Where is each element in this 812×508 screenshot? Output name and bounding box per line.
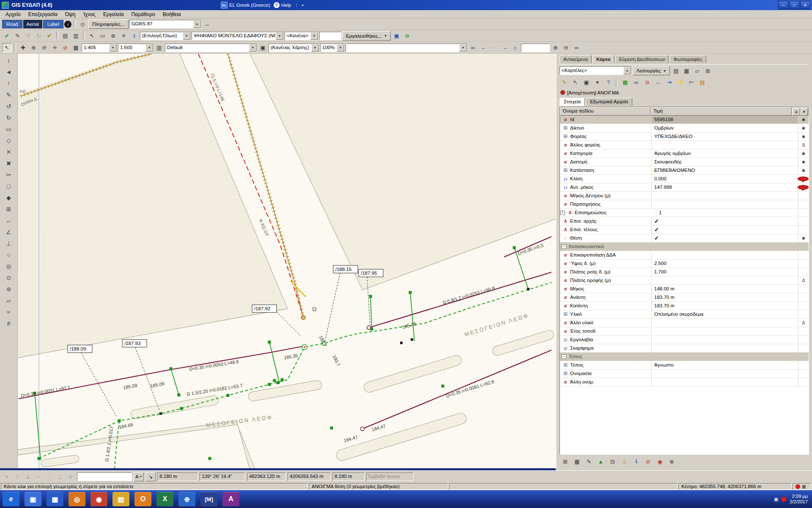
field-value[interactable]: 183.70 m bbox=[652, 293, 798, 301]
property-row[interactable]: Επισ. αρχής ✓ bbox=[560, 217, 809, 226]
langbar-chevron-icon[interactable]: ▾ bbox=[302, 3, 303, 7]
language-help[interactable]: ? Help bbox=[274, 2, 291, 8]
panel-icon[interactable]: ← bbox=[653, 78, 663, 87]
toolbar-icon[interactable]: ✚ bbox=[18, 43, 28, 52]
toolbar-icon[interactable]: ▦ bbox=[71, 43, 81, 52]
detail-tab[interactable]: Εξωτερικά Αρχεία bbox=[586, 98, 632, 106]
panel-icon[interactable]: ▲ bbox=[596, 457, 606, 466]
swap-arrows-icon[interactable]: ↔ bbox=[202, 19, 212, 29]
chevron-down-icon[interactable]: ▼ bbox=[109, 44, 117, 52]
panel-icon[interactable]: ▦ bbox=[682, 66, 691, 75]
toolbar-icon[interactable] bbox=[14, 43, 16, 52]
property-row[interactable]: Κλίση 0.000 bbox=[560, 175, 809, 183]
map-tool-button[interactable]: ≈ bbox=[3, 306, 15, 318]
panel-icon[interactable]: ▦ bbox=[572, 457, 582, 466]
property-row[interactable]: Δίκτυο Ομβρίων bbox=[560, 124, 809, 133]
map-tool-button[interactable]: □ bbox=[3, 181, 15, 192]
font-button[interactable]: A ▼ bbox=[134, 472, 144, 481]
panel-tab[interactable]: Φωτογραφίες bbox=[669, 55, 706, 63]
property-row[interactable]: Πλάτος ροής δ. (μ) 1.700 bbox=[560, 268, 809, 276]
panel-icon[interactable]: ⊞ bbox=[703, 66, 713, 75]
menu-item[interactable]: Αρχείο bbox=[2, 11, 25, 18]
map-tool-button[interactable]: ◄ bbox=[3, 66, 15, 77]
map-tool-button[interactable]: ⊥ bbox=[3, 238, 15, 249]
mini-input[interactable] bbox=[319, 32, 341, 40]
toolbar-icon[interactable]: ↑ bbox=[489, 43, 499, 52]
field-value[interactable] bbox=[652, 319, 798, 327]
field-value[interactable] bbox=[652, 327, 798, 335]
property-row[interactable]: Θέση ✓ bbox=[560, 234, 809, 243]
field-value[interactable]: Σκουφοειδής bbox=[652, 158, 798, 166]
field-value[interactable]: ✓ bbox=[652, 234, 798, 242]
panel-icon[interactable]: ▾ bbox=[593, 78, 602, 87]
field-value[interactable] bbox=[652, 251, 798, 259]
map-tool-button[interactable]: ⊙ bbox=[3, 272, 15, 283]
map-pin-icon[interactable]: ▣ bbox=[258, 43, 268, 52]
tray-icon[interactable]: ▣ bbox=[774, 497, 778, 502]
chevron-down-icon[interactable]: ▼ bbox=[249, 44, 257, 52]
toolbar-icon[interactable]: ∞ bbox=[572, 43, 582, 52]
maximize-button[interactable]: □ bbox=[789, 1, 799, 9]
toolbar-icon[interactable]: ▣ bbox=[392, 31, 401, 41]
toolbar-icon[interactable]: ⊖ bbox=[561, 43, 571, 52]
chevron-down-icon[interactable]: ▼ bbox=[276, 32, 283, 40]
toolbar-icon[interactable]: ⊖ bbox=[39, 43, 49, 52]
toolbar-icon[interactable]: ▥ bbox=[71, 31, 81, 41]
toolboxes-button[interactable]: Εργαλειοθήκες...▼ bbox=[342, 31, 391, 41]
map-tool-button[interactable]: # bbox=[3, 318, 15, 329]
aerial-basemap-button[interactable]: Aerial bbox=[23, 20, 42, 28]
map-tool-button[interactable]: ⊚ bbox=[3, 284, 15, 295]
panel-icon[interactable]: ◉ bbox=[655, 457, 665, 466]
map-tool-button[interactable]: ∠ bbox=[3, 226, 15, 237]
field-value[interactable]: 148.00 m bbox=[652, 285, 798, 293]
field-value[interactable]: ΕΠΙΒΕΒΑΙΩΜΕΝΟ bbox=[652, 166, 798, 174]
property-row[interactable]: Άλλο υλικό bbox=[560, 319, 809, 327]
minimize-button[interactable]: ─ bbox=[778, 1, 788, 9]
taskbar-app-icon[interactable]: e bbox=[3, 492, 19, 506]
field-value[interactable]: ✓ bbox=[652, 217, 798, 225]
panel-icon[interactable] bbox=[616, 78, 618, 87]
property-row[interactable]: Μήκος Δέντρου (μ) bbox=[560, 192, 809, 200]
chevron-down-icon[interactable]: ▼ bbox=[623, 67, 631, 75]
panel-icon[interactable]: ▣ bbox=[582, 78, 591, 87]
property-row[interactable]: Διατομή Σκουφοειδής bbox=[560, 158, 809, 166]
field-value[interactable]: 1 bbox=[656, 209, 798, 217]
map-tool-button[interactable]: ✕ bbox=[3, 146, 15, 157]
bookmark-combobox[interactable]: ▼ bbox=[346, 44, 467, 52]
field-value[interactable]: 0.000 bbox=[652, 175, 798, 183]
panel-icon[interactable]: ⊕ bbox=[667, 457, 677, 466]
toolbar-icon[interactable]: ↻ bbox=[34, 31, 44, 41]
cards-combobox[interactable]: <Καρτέλες>▼ bbox=[560, 66, 631, 75]
toolbar-icon[interactable]: ↖ bbox=[87, 31, 97, 41]
chevron-down-icon[interactable]: ▼ bbox=[459, 44, 467, 52]
toolbar-icon[interactable]: ↺ bbox=[23, 31, 33, 41]
property-row[interactable]: Κατασκευαστικά bbox=[560, 243, 809, 251]
status-icon[interactable]: ✎ bbox=[2, 472, 12, 481]
label-basemap-button[interactable]: Label bbox=[43, 20, 63, 28]
status-icon[interactable]: ✛ bbox=[66, 472, 75, 481]
field-value[interactable] bbox=[652, 200, 798, 208]
field-value[interactable]: Άγνωστο bbox=[652, 361, 798, 369]
toolbar-icon[interactable]: ✛ bbox=[119, 31, 129, 41]
property-row[interactable]: Επισημειώσεις 1 bbox=[560, 209, 809, 217]
toolbar-icon[interactable] bbox=[83, 31, 85, 40]
property-row[interactable]: Άλλος φορέας bbox=[560, 141, 809, 149]
map-tool-button[interactable]: ↑ bbox=[3, 78, 15, 89]
toolbar-icon[interactable]: i bbox=[129, 31, 139, 41]
taskbar-app-icon[interactable]: ▤ bbox=[112, 492, 129, 506]
opacity-combobox[interactable]: 100%▼ bbox=[320, 44, 345, 52]
property-row[interactable]: Ανάντη 183.70 m bbox=[560, 293, 809, 302]
field-value[interactable]: 183.70 m bbox=[652, 302, 798, 310]
mini-input[interactable] bbox=[521, 44, 550, 52]
toolbar-icon[interactable]: ✔ bbox=[2, 31, 12, 41]
langbar-dots-icon[interactable]: ⋮ bbox=[294, 3, 298, 7]
field-value[interactable] bbox=[652, 276, 798, 284]
basemap-combobox[interactable]: (Κανένας Χάρτης)▼ bbox=[269, 44, 319, 52]
toolbar-icon[interactable]: ⊕ bbox=[29, 43, 38, 52]
chevron-down-icon[interactable]: ▼ bbox=[311, 44, 319, 52]
property-row[interactable]: Παρατηρήσεις bbox=[560, 200, 809, 209]
field-value[interactable]: Οπλισμένο σκυρόδεμα bbox=[652, 310, 798, 318]
taskbar-app-icon[interactable]: X bbox=[156, 492, 173, 506]
close-button[interactable]: ✕ bbox=[800, 1, 810, 9]
toolbar-icon[interactable]: ⊕ bbox=[108, 31, 118, 41]
